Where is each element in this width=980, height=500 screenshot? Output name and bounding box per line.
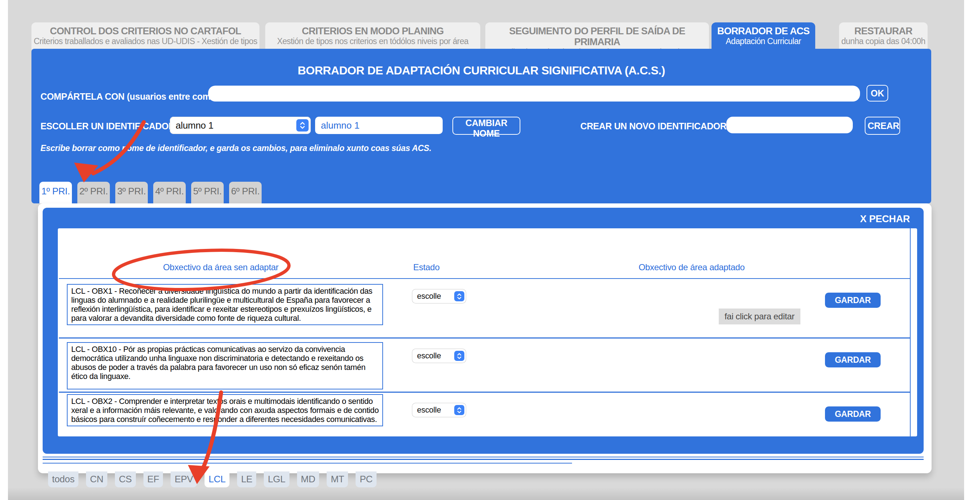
tab-title: CONTROL DOS CRITERIOS NO CARTAFOL: [32, 25, 259, 37]
estado-select[interactable]: escolle: [412, 349, 466, 363]
tab-subtitle: dunha copia das 04:00h: [839, 37, 928, 46]
app-canvas: CONTROL DOS CRITERIOS NO CARTAFOL Criter…: [8, 0, 964, 500]
area-tab-md[interactable]: MD: [297, 471, 320, 487]
identifier-chooser-label: ESCOLLER UN IDENTIFICADOR:: [40, 121, 178, 132]
area-tab-bar: todos CN CS EF EPV LCL LE LGL MD MT PC: [48, 471, 377, 487]
tab-title: CRITERIOS EN MODO PLANING: [265, 25, 480, 37]
save-button[interactable]: GARDAR: [825, 293, 881, 308]
edit-hint-tooltip[interactable]: fai click para editar: [719, 308, 800, 324]
page-title: BORRADOR DE ADAPTACIÓN CURRICULAR SIGNIF…: [32, 64, 931, 77]
save-button[interactable]: GARDAR: [825, 352, 881, 367]
share-label: COMPÁRTELA CON (usuarios entre comas): [40, 91, 223, 102]
change-name-button[interactable]: CAMBIAR NOME: [452, 117, 520, 135]
column-header-objective: Obxectivo da área sen adaptar: [163, 262, 278, 272]
tab-restaurar[interactable]: RESTAURAR dunha copia das 04:00h: [839, 22, 928, 49]
table-row: LCL - OBX2 - Comprender e interpretar te…: [59, 393, 910, 437]
area-tab-ef[interactable]: EF: [143, 471, 163, 487]
estado-select-value: escolle: [412, 351, 454, 360]
area-tab-lgl[interactable]: LGL: [264, 471, 289, 487]
tab-subtitle: Criterios traballados e avaliados nas UD…: [32, 37, 259, 46]
tab-title: RESTAURAR: [839, 25, 928, 37]
area-tab-lcl[interactable]: LCL: [205, 471, 229, 487]
bottom-shadow: [8, 487, 964, 500]
divider-line: [43, 459, 924, 460]
table-header-row: Obxectivo da área sen adaptar Estado Obx…: [59, 228, 910, 279]
objective-text: LCL - OBX2 - Comprender e interpretar te…: [67, 394, 383, 426]
area-tab-epv[interactable]: EPV: [170, 471, 197, 487]
area-tab-le[interactable]: LE: [237, 471, 256, 487]
identifier-select-value: alumno 1: [170, 120, 296, 131]
identifier-note: Escribe borrar como nome de identificado…: [40, 143, 431, 153]
estado-select[interactable]: escolle: [412, 403, 466, 417]
table-row: LCL - OBX10 - Pór as propias prácticas c…: [59, 338, 910, 393]
ok-button[interactable]: OK: [867, 85, 888, 102]
estado-select[interactable]: escolle: [412, 289, 466, 303]
objectives-table: Obxectivo da área sen adaptar Estado Obx…: [59, 228, 911, 437]
select-caret-icon: [454, 351, 465, 361]
tab-control-criterios-cartafol[interactable]: CONTROL DOS CRITERIOS NO CARTAFOL Criter…: [32, 22, 259, 49]
select-caret-icon: [454, 405, 465, 415]
create-identifier-label: CREAR UN NOVO IDENTIFICADOR:: [580, 121, 729, 132]
close-button[interactable]: X PECHAR: [860, 214, 910, 225]
grade-tab-5-pri[interactable]: 5º PRI.: [191, 182, 224, 203]
divider-line-short: [43, 463, 572, 463]
create-button[interactable]: CREAR: [865, 117, 900, 135]
estado-select-value: escolle: [412, 405, 454, 415]
divider-line: [43, 457, 924, 457]
objectives-dialog: X PECHAR Obxectivo da área sen adaptar E…: [43, 208, 924, 454]
page-background: CONTROL DOS CRITERIOS NO CARTAFOL Criter…: [0, 0, 980, 500]
save-button[interactable]: GARDAR: [825, 406, 881, 422]
area-tab-mt[interactable]: MT: [327, 471, 348, 487]
column-header-adapted: Obxectivo de área adaptado: [638, 262, 745, 272]
tab-subtitle: Xestión de tipos nos criterios en tódólo…: [265, 37, 480, 46]
tab-title: BORRADOR DE ACS: [711, 25, 815, 37]
create-identifier-input[interactable]: [726, 117, 853, 133]
share-input[interactable]: [208, 86, 860, 102]
rename-identifier-input[interactable]: [315, 117, 443, 134]
grade-tab-2-pri[interactable]: 2º PRI.: [77, 182, 110, 203]
objectives-outer-panel: X PECHAR Obxectivo da área sen adaptar E…: [38, 203, 932, 473]
select-caret-icon: [296, 119, 309, 132]
tab-subtitle: Adaptación Curricular: [711, 37, 815, 46]
estado-select-value: escolle: [412, 292, 454, 301]
area-tab-pc[interactable]: PC: [356, 471, 377, 487]
select-caret-icon: [454, 291, 465, 301]
identifier-select[interactable]: alumno 1: [170, 117, 311, 134]
grade-tab-3-pri[interactable]: 3º PRI.: [115, 182, 148, 203]
column-header-estado: Estado: [414, 262, 440, 272]
tab-title: SEGUIMENTO DO PERFIL DE SAÍDA DE PRIMARI…: [485, 25, 709, 47]
grade-tab-bar: 1º PRI. 2º PRI. 3º PRI. 4º PRI. 5º PRI. …: [40, 182, 262, 203]
objective-text: LCL - OBX10 - Pór as propias prácticas c…: [67, 342, 383, 389]
objective-text: LCL - OBX1 - Recoñecer a diversidade lin…: [67, 284, 383, 325]
grade-tab-6-pri[interactable]: 6º PRI.: [229, 182, 262, 203]
tab-seguimento-perfil-saida[interactable]: SEGUIMENTO DO PERFIL DE SAÍDA DE PRIMARI…: [485, 22, 709, 49]
tab-criterios-modo-planing[interactable]: CRITERIOS EN MODO PLANING Xestión de tip…: [265, 22, 480, 49]
grade-tab-4-pri[interactable]: 4º PRI.: [153, 182, 186, 203]
area-tab-cs[interactable]: CS: [115, 471, 136, 487]
objectives-content: Obxectivo da área sen adaptar Estado Obx…: [58, 228, 917, 437]
grade-tab-1-pri[interactable]: 1º PRI.: [40, 182, 72, 203]
acs-panel: BORRADOR DE ADAPTACIÓN CURRICULAR SIGNIF…: [32, 49, 931, 203]
area-tab-cn[interactable]: CN: [86, 471, 107, 487]
area-tab-todos[interactable]: todos: [48, 471, 78, 487]
table-row: LCL - OBX1 - Recoñecer a diversidade lin…: [59, 279, 910, 338]
